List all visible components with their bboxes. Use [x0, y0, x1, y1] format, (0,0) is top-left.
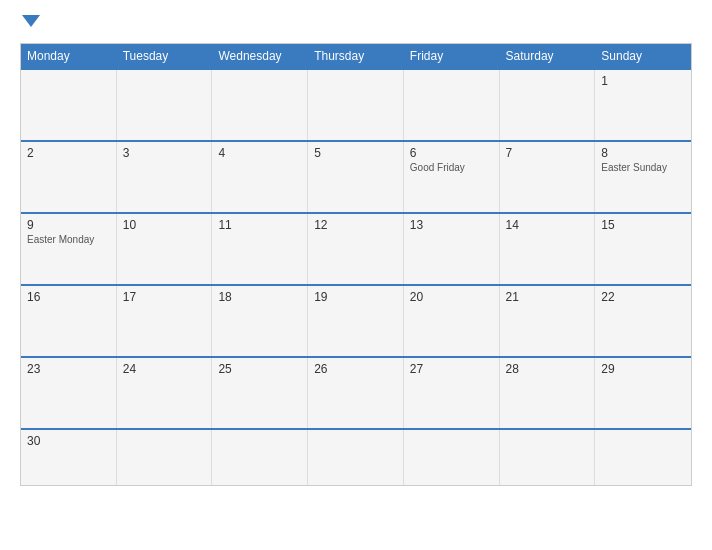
calendar-day-cell: 27	[404, 358, 500, 428]
calendar-day-cell: 18	[212, 286, 308, 356]
day-event-label: Easter Sunday	[601, 162, 685, 173]
calendar-day-cell: 20	[404, 286, 500, 356]
day-number: 17	[123, 290, 206, 304]
day-number: 12	[314, 218, 397, 232]
calendar-body: 123456Good Friday78Easter Sunday9Easter …	[21, 68, 691, 485]
day-number: 26	[314, 362, 397, 376]
calendar-day-cell: 13	[404, 214, 500, 284]
day-event-label: Good Friday	[410, 162, 493, 173]
calendar-day-cell	[117, 70, 213, 140]
calendar-day-cell: 7	[500, 142, 596, 212]
calendar-week-row: 23456Good Friday78Easter Sunday	[21, 140, 691, 212]
calendar-week-row: 30	[21, 428, 691, 485]
day-number: 19	[314, 290, 397, 304]
calendar-day-cell: 4	[212, 142, 308, 212]
day-number: 10	[123, 218, 206, 232]
day-number: 13	[410, 218, 493, 232]
calendar-day-cell	[21, 70, 117, 140]
calendar-day-cell: 9Easter Monday	[21, 214, 117, 284]
calendar-day-cell: 26	[308, 358, 404, 428]
calendar-header-cell: Thursday	[308, 44, 404, 68]
day-number: 11	[218, 218, 301, 232]
day-number: 30	[27, 434, 110, 448]
day-number: 8	[601, 146, 685, 160]
calendar-day-cell: 2	[21, 142, 117, 212]
day-number: 14	[506, 218, 589, 232]
calendar-day-cell: 12	[308, 214, 404, 284]
calendar-day-cell	[308, 430, 404, 485]
calendar-header-cell: Sunday	[595, 44, 691, 68]
calendar-day-cell: 24	[117, 358, 213, 428]
day-number: 1	[601, 74, 685, 88]
calendar-day-cell: 21	[500, 286, 596, 356]
calendar-day-cell	[500, 430, 596, 485]
day-number: 7	[506, 146, 589, 160]
calendar-day-cell	[404, 70, 500, 140]
calendar-day-cell: 28	[500, 358, 596, 428]
day-number: 3	[123, 146, 206, 160]
calendar-day-cell: 11	[212, 214, 308, 284]
calendar-header-cell: Saturday	[500, 44, 596, 68]
calendar-day-cell: 1	[595, 70, 691, 140]
calendar-day-cell	[212, 70, 308, 140]
calendar-day-cell	[500, 70, 596, 140]
day-number: 23	[27, 362, 110, 376]
day-number: 18	[218, 290, 301, 304]
logo-icon	[22, 15, 40, 33]
day-number: 28	[506, 362, 589, 376]
calendar-day-cell: 3	[117, 142, 213, 212]
day-number: 25	[218, 362, 301, 376]
page: MondayTuesdayWednesdayThursdayFridaySatu…	[0, 0, 712, 550]
calendar-day-cell: 10	[117, 214, 213, 284]
day-number: 15	[601, 218, 685, 232]
calendar-day-cell	[308, 70, 404, 140]
calendar-day-cell: 23	[21, 358, 117, 428]
calendar-day-cell: 16	[21, 286, 117, 356]
calendar-day-cell: 25	[212, 358, 308, 428]
day-number: 9	[27, 218, 110, 232]
calendar-day-cell: 29	[595, 358, 691, 428]
calendar-week-row: 1	[21, 68, 691, 140]
day-number: 29	[601, 362, 685, 376]
header	[20, 15, 692, 33]
calendar-day-cell: 30	[21, 430, 117, 485]
calendar-day-cell: 22	[595, 286, 691, 356]
calendar-day-cell: 6Good Friday	[404, 142, 500, 212]
day-number: 2	[27, 146, 110, 160]
day-number: 20	[410, 290, 493, 304]
day-number: 21	[506, 290, 589, 304]
day-number: 6	[410, 146, 493, 160]
calendar-day-cell: 5	[308, 142, 404, 212]
day-number: 22	[601, 290, 685, 304]
calendar-header-row: MondayTuesdayWednesdayThursdayFridaySatu…	[21, 44, 691, 68]
day-number: 24	[123, 362, 206, 376]
calendar-day-cell: 15	[595, 214, 691, 284]
calendar-day-cell: 14	[500, 214, 596, 284]
calendar-header-cell: Tuesday	[117, 44, 213, 68]
day-number: 27	[410, 362, 493, 376]
calendar-day-cell	[404, 430, 500, 485]
day-number: 5	[314, 146, 397, 160]
calendar-day-cell: 19	[308, 286, 404, 356]
day-number: 16	[27, 290, 110, 304]
calendar-day-cell	[212, 430, 308, 485]
calendar-day-cell: 17	[117, 286, 213, 356]
calendar: MondayTuesdayWednesdayThursdayFridaySatu…	[20, 43, 692, 486]
calendar-week-row: 23242526272829	[21, 356, 691, 428]
logo	[20, 15, 42, 33]
calendar-day-cell: 8Easter Sunday	[595, 142, 691, 212]
day-number: 4	[218, 146, 301, 160]
calendar-header-cell: Monday	[21, 44, 117, 68]
calendar-day-cell	[595, 430, 691, 485]
calendar-week-row: 9Easter Monday101112131415	[21, 212, 691, 284]
calendar-week-row: 16171819202122	[21, 284, 691, 356]
calendar-day-cell	[117, 430, 213, 485]
calendar-header-cell: Wednesday	[212, 44, 308, 68]
calendar-header-cell: Friday	[404, 44, 500, 68]
day-event-label: Easter Monday	[27, 234, 110, 245]
